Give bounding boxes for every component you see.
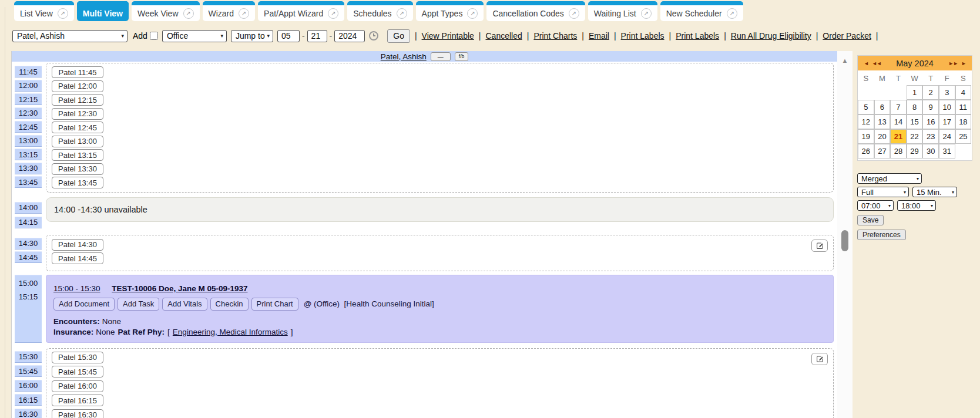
go-button[interactable]: Go (387, 29, 410, 43)
tab-schedules[interactable]: Schedules↗ (347, 1, 412, 21)
open-slot-button[interactable]: Patel 12:45 (52, 122, 103, 133)
collapse-column-button[interactable]: — (431, 52, 451, 61)
calendar-day[interactable]: 1 (907, 85, 923, 100)
open-new-window-icon[interactable]: ↗ (467, 8, 478, 19)
order-packet-link[interactable]: Order Packet (823, 31, 871, 41)
calendar-day[interactable]: 28 (890, 144, 907, 159)
run-all-drug-eligibility-link[interactable]: Run All Drug Eligibility (731, 31, 811, 41)
date-month-input[interactable] (277, 30, 300, 42)
calendar-day[interactable]: 3 (939, 85, 955, 100)
time-label[interactable]: 14:15 (15, 217, 42, 228)
calendar-day[interactable]: 12 (858, 114, 874, 129)
scroll-up-arrow-icon[interactable]: ▲ (837, 57, 853, 64)
date-year-input[interactable] (334, 30, 365, 42)
add-vitals-button[interactable]: Add Vitals (162, 298, 207, 311)
calendar-day[interactable]: 10 (939, 100, 955, 114)
open-slot-button[interactable]: Patel 15:45 (52, 366, 103, 377)
schedule-scrollbar[interactable]: ▲ (837, 51, 853, 418)
edit-availability-button[interactable] (811, 240, 828, 252)
tab-pat-appt-wizard[interactable]: Pat/Appt Wizard↗ (258, 1, 344, 21)
calendar-day[interactable]: 31 (939, 144, 955, 159)
calendar-day[interactable]: 7 (890, 100, 907, 114)
time-label[interactable]: 13:00 (15, 135, 42, 147)
tab-list-view[interactable]: List View↗ (14, 1, 74, 21)
prev-year-arrow-icon[interactable]: ◄◄ (872, 60, 881, 66)
calendar-day[interactable]: 9 (922, 100, 939, 114)
calendar-day[interactable]: 11 (955, 100, 972, 114)
calendar-day[interactable]: 22 (907, 129, 923, 144)
unavailable-block[interactable]: 14:00 -14:30 unavailable (46, 197, 834, 222)
open-slot-button[interactable]: Patel 13:45 (52, 177, 103, 188)
open-new-window-icon[interactable]: ↗ (239, 8, 249, 19)
calendar-day-selected[interactable]: 21 (890, 129, 907, 144)
cancelled-link[interactable]: Cancelled (485, 31, 522, 41)
open-new-window-icon[interactable]: ↗ (397, 8, 407, 19)
start-time-select[interactable]: 07:00▾ (857, 200, 894, 211)
tab-cancellation-codes[interactable]: Cancellation Codes↗ (486, 1, 585, 21)
end-time-select[interactable]: 18:00▾ (897, 200, 936, 211)
print-chart-button[interactable]: Print Chart (251, 298, 298, 311)
view-mode-select[interactable]: Merged▾ (857, 173, 922, 184)
print-charts-link[interactable]: Print Charts (533, 31, 577, 41)
open-new-window-icon[interactable]: ↗ (58, 8, 68, 19)
tab-new-scheduler[interactable]: New Scheduler↗ (660, 1, 743, 21)
tab-wizard[interactable]: Wizard↗ (203, 1, 256, 21)
calendar-day[interactable]: 15 (907, 114, 923, 129)
open-slot-button[interactable]: Patel 16:00 (52, 380, 103, 392)
open-slot-button[interactable]: Patel 14:45 (52, 252, 103, 264)
open-slot-button[interactable]: Patel 11:45 (52, 66, 103, 78)
facility-select[interactable]: Office▾ (162, 30, 227, 42)
jump-to-select[interactable]: Jump to▾ (231, 30, 273, 42)
tab-waiting-list[interactable]: Waiting List↗ (588, 1, 657, 21)
open-slot-button[interactable]: Patel 13:15 (52, 149, 103, 161)
time-label[interactable]: 11:45 (15, 66, 42, 77)
open-new-window-icon[interactable]: ↗ (641, 8, 652, 19)
time-label[interactable]: 14:00 (15, 202, 42, 214)
tab-week-view[interactable]: Week View↗ (132, 1, 200, 21)
calendar-day[interactable]: 23 (922, 129, 939, 144)
calendar-day[interactable]: 16 (922, 114, 939, 129)
open-new-window-icon[interactable]: ↗ (328, 8, 338, 19)
open-slot-button[interactable]: Patel 13:30 (52, 163, 103, 175)
view-printable-link[interactable]: View Printable (422, 31, 474, 41)
referring-physician-link[interactable]: Engineering, Medical Informatics (173, 328, 288, 336)
preferences-button[interactable]: Preferences (857, 230, 906, 240)
calendar-day[interactable]: 24 (939, 129, 955, 144)
calendar-day[interactable]: 5 (858, 100, 874, 114)
print-labels-link-2[interactable]: Print Labels (676, 31, 719, 41)
time-label[interactable]: 13:30 (15, 163, 42, 174)
open-new-window-icon[interactable]: ↗ (183, 8, 194, 19)
calendar-day[interactable]: 6 (874, 100, 891, 114)
open-slot-button[interactable]: Patel 16:30 (52, 409, 103, 418)
calendar-day[interactable]: 13 (874, 114, 891, 129)
provider-select[interactable]: Patel, Ashish▾ (12, 30, 127, 42)
tab-multi-view[interactable]: Multi View (77, 1, 129, 21)
open-slot-button[interactable]: Patel 12:15 (52, 94, 103, 106)
add-provider-checkbox[interactable] (150, 32, 158, 40)
next-month-arrow-icon[interactable]: ► (961, 60, 966, 66)
print-labels-link-1[interactable]: Print Labels (621, 31, 664, 41)
open-slot-button[interactable]: Patel 14:30 (52, 239, 103, 251)
calendar-day[interactable]: 19 (858, 129, 874, 144)
appointment-time-cell[interactable]: 15:00 15:15 (15, 275, 42, 343)
prev-month-arrow-icon[interactable]: ◄ (864, 60, 868, 66)
add-document-button[interactable]: Add Document (53, 298, 115, 311)
time-label[interactable]: 12:45 (15, 121, 42, 133)
email-link[interactable]: Email (589, 31, 609, 41)
appointment-time-link[interactable]: 15:00 - 15:30 (53, 284, 100, 293)
add-task-button[interactable]: Add Task (118, 298, 159, 311)
time-label[interactable]: 14:30 (15, 238, 42, 250)
open-slot-button[interactable]: Patel 15:30 (52, 352, 103, 363)
open-slot-button[interactable]: Patel 13:00 (52, 136, 103, 147)
calendar-day[interactable]: 20 (874, 129, 891, 144)
open-slot-button[interactable]: Patel 16:15 (52, 395, 103, 406)
time-label[interactable]: 13:45 (15, 176, 42, 188)
calendar-day[interactable]: 8 (907, 100, 923, 114)
calendar-day[interactable]: 14 (890, 114, 907, 129)
clock-icon[interactable] (369, 31, 378, 41)
time-label[interactable]: 16:15 (15, 394, 42, 406)
patient-name-link[interactable]: TEST-10006 Doe, Jane M 05-09-1937 (112, 284, 247, 293)
time-label[interactable]: 12:00 (15, 80, 42, 92)
time-label[interactable]: 15:45 (15, 365, 42, 377)
scrollbar-thumb[interactable] (841, 230, 848, 251)
